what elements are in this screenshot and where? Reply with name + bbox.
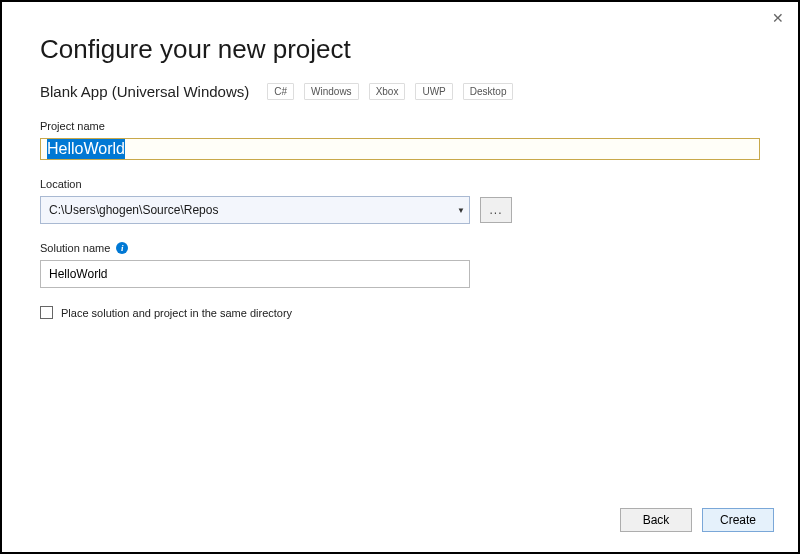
create-button[interactable]: Create (702, 508, 774, 532)
info-icon[interactable]: i (116, 242, 128, 254)
page-title: Configure your new project (40, 34, 760, 65)
project-name-label: Project name (40, 120, 760, 132)
same-directory-label: Place solution and project in the same d… (61, 307, 292, 319)
back-button[interactable]: Back (620, 508, 692, 532)
project-name-group: Project name HelloWorld (40, 120, 760, 160)
dialog-content: Configure your new project Blank App (Un… (2, 2, 798, 319)
browse-button[interactable]: ... (480, 197, 512, 223)
tag: C# (267, 83, 294, 100)
close-icon[interactable]: ✕ (772, 10, 784, 26)
project-name-value: HelloWorld (47, 139, 125, 159)
template-name: Blank App (Universal Windows) (40, 83, 249, 100)
solution-name-label: Solution name i (40, 242, 760, 254)
location-label: Location (40, 178, 760, 190)
location-value: C:\Users\ghogen\Source\Repos (49, 203, 218, 217)
location-group: Location C:\Users\ghogen\Source\Repos ▼ … (40, 178, 760, 224)
tag: UWP (415, 83, 452, 100)
dialog-footer: Back Create (620, 508, 774, 532)
location-field[interactable]: C:\Users\ghogen\Source\Repos ▼ (40, 196, 470, 224)
project-name-field[interactable]: HelloWorld (40, 138, 760, 160)
same-directory-row: Place solution and project in the same d… (40, 306, 760, 319)
chevron-down-icon: ▼ (457, 206, 465, 215)
tag: Windows (304, 83, 359, 100)
tag: Desktop (463, 83, 514, 100)
solution-name-group: Solution name i (40, 242, 760, 288)
tag-list: C# Windows Xbox UWP Desktop (267, 83, 513, 100)
template-row: Blank App (Universal Windows) C# Windows… (40, 83, 760, 100)
same-directory-checkbox[interactable] (40, 306, 53, 319)
solution-name-field[interactable] (40, 260, 470, 288)
tag: Xbox (369, 83, 406, 100)
